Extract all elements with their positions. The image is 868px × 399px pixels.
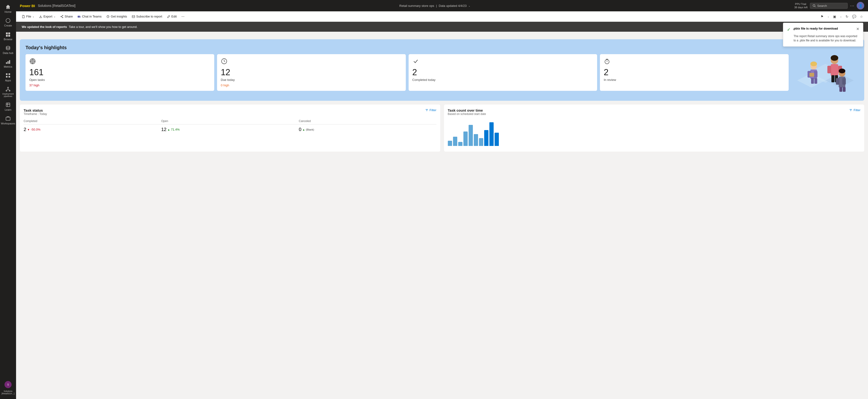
svg-rect-16 xyxy=(6,103,10,107)
sidebar-item-solutions[interactable]: S Solutions [RetailSOA...] xyxy=(0,379,16,397)
share-icon xyxy=(60,15,64,18)
open-value: 12 xyxy=(161,127,166,132)
highlights-card: Today's highlights 161 xyxy=(20,39,864,101)
chevron-down-icon[interactable]: ⌄ xyxy=(839,14,843,19)
sidebar-item-metrics[interactable]: Metrics xyxy=(0,57,16,70)
svg-point-39 xyxy=(810,61,817,66)
search-icon xyxy=(812,4,816,7)
svg-rect-22 xyxy=(78,16,80,18)
file-button[interactable]: File ⌄ xyxy=(20,13,36,20)
task-status-panel: Task status Timeframe : Today Filter Com… xyxy=(20,105,440,151)
share-button[interactable]: Share xyxy=(58,13,75,20)
open-trend-icon: ▲ xyxy=(167,128,170,131)
sidebar-item-label: Data hub xyxy=(3,52,13,54)
sidebar-item-label: Browse xyxy=(4,38,12,41)
learn-icon xyxy=(5,102,11,107)
kpi-card-open-tasks: 161 Open tasks 37 high xyxy=(26,54,214,91)
chevron-down-icon[interactable]: ⌄ xyxy=(468,4,470,7)
svg-point-26 xyxy=(31,60,34,63)
svg-point-21 xyxy=(61,16,61,17)
sidebar-item-label: Metrics xyxy=(4,65,12,68)
svg-rect-46 xyxy=(831,75,834,82)
export-button[interactable]: Export ⌄ xyxy=(37,13,57,20)
sidebar-item-learn[interactable]: Learn xyxy=(0,100,16,113)
svg-rect-6 xyxy=(6,62,7,64)
task-count-header-left: Task count over time Based on scheduled … xyxy=(448,108,486,118)
toolbar-right-icons: ⚑ ⌄ ▣ ⌄ ↻ 💬 ☆ xyxy=(819,13,864,20)
sidebar-item-label: Learn xyxy=(5,108,11,111)
toast-title: .pbix file is ready for download xyxy=(793,27,854,30)
deployment-icon xyxy=(5,87,11,92)
chart-bar xyxy=(448,141,452,146)
sidebar-item-workspaces[interactable]: Workspaces xyxy=(0,114,16,127)
chat-in-teams-button[interactable]: Chat in Teams xyxy=(75,13,103,20)
task-status-filter-button[interactable]: Filter xyxy=(425,108,436,112)
svg-rect-51 xyxy=(836,78,839,85)
user-avatar[interactable]: 👤 xyxy=(857,2,864,9)
subscribe-button[interactable]: Subscribe to report xyxy=(130,13,164,20)
svg-rect-38 xyxy=(814,78,817,84)
bottom-row: Task status Timeframe : Today Filter Com… xyxy=(20,105,864,151)
fullscreen-icon[interactable]: ▣ xyxy=(832,13,837,20)
target-icon xyxy=(29,58,211,66)
comments-icon[interactable]: 💬 xyxy=(851,13,857,20)
kpi-label-due-today: Due today xyxy=(221,78,402,82)
svg-rect-53 xyxy=(839,87,842,92)
task-count-header: Task count over time Based on scheduled … xyxy=(448,108,861,118)
sidebar-item-apps[interactable]: Apps xyxy=(0,71,16,84)
task-status-title: Task status xyxy=(24,108,47,112)
edit-button[interactable]: Edit xyxy=(165,13,179,20)
sidebar-item-home[interactable]: Home xyxy=(0,2,16,15)
report-area: Last updated 4/4/2023 12:30:05 PM UTC To… xyxy=(16,32,868,399)
task-count-panel: Task count over time Based on scheduled … xyxy=(444,105,864,151)
sidebar-item-datahub[interactable]: Data hub xyxy=(0,44,16,56)
task-count-filter-button[interactable]: Filter xyxy=(849,108,861,112)
teams-icon xyxy=(78,15,81,18)
svg-rect-9 xyxy=(6,73,7,75)
sidebar-item-label: Workspaces xyxy=(1,122,15,125)
browse-icon xyxy=(5,32,11,37)
sidebar-item-create[interactable]: Create xyxy=(0,16,16,29)
refresh-icon[interactable]: ↻ xyxy=(844,13,849,20)
svg-point-14 xyxy=(6,90,7,91)
task-status-header: Task status Timeframe : Today Filter xyxy=(24,108,436,118)
toast-close-icon[interactable]: ✕ xyxy=(856,27,859,31)
task-count-subtitle: Based on scheduled start date xyxy=(448,112,486,116)
more-options-icon[interactable]: ⋯ xyxy=(850,3,854,8)
search-label: Search xyxy=(817,4,827,7)
toast-check-icon: ✓ xyxy=(787,27,790,32)
svg-point-15 xyxy=(9,90,10,91)
bookmark-icon[interactable]: ⚑ xyxy=(819,13,825,20)
svg-rect-40 xyxy=(809,73,814,77)
solution-name: Solutions [RetailSOATest] xyxy=(38,4,75,7)
chart-bar xyxy=(463,132,468,146)
more-button[interactable]: ⋯ xyxy=(180,13,186,20)
sidebar-item-browse[interactable]: Browse xyxy=(0,30,16,42)
favorite-icon[interactable]: ☆ xyxy=(859,13,864,20)
canceled-blank: (Blank) xyxy=(306,128,314,131)
canceled-trend-icon: ▲ xyxy=(302,128,305,131)
kpi-cards: 161 Open tasks 37 high 12 Du xyxy=(26,54,788,91)
task-count-title: Task count over time xyxy=(448,108,486,112)
people-illustration xyxy=(793,45,859,97)
svg-rect-12 xyxy=(8,76,10,78)
completed-trend-icon: ▼ xyxy=(27,128,30,131)
highlights-title: Today's highlights xyxy=(26,45,788,50)
chevron-down-icon[interactable]: ⌄ xyxy=(826,14,831,19)
svg-rect-54 xyxy=(843,87,845,92)
chart-bar xyxy=(484,130,489,146)
toolbar: File ⌄ Export ⌄ Share Chat in Teams Get … xyxy=(16,11,868,22)
search-box[interactable]: Search xyxy=(810,3,848,9)
timer-icon xyxy=(604,58,785,66)
sidebar-item-deployment[interactable]: Deployment pipelines xyxy=(0,85,16,99)
get-insights-button[interactable]: Get insights xyxy=(104,13,129,20)
check-icon xyxy=(412,58,593,66)
home-icon xyxy=(5,4,11,9)
kpi-sub-due-today: 0 high xyxy=(221,84,402,87)
col-open: Open xyxy=(161,119,299,123)
chart-bar xyxy=(469,125,473,146)
completed-cell: 2 ▼ -50.0% xyxy=(24,127,161,132)
completed-pct: -50.0% xyxy=(31,128,40,131)
filter-icon xyxy=(849,109,852,112)
topbar-center: Retail summary store ops | Data updated … xyxy=(78,4,791,7)
